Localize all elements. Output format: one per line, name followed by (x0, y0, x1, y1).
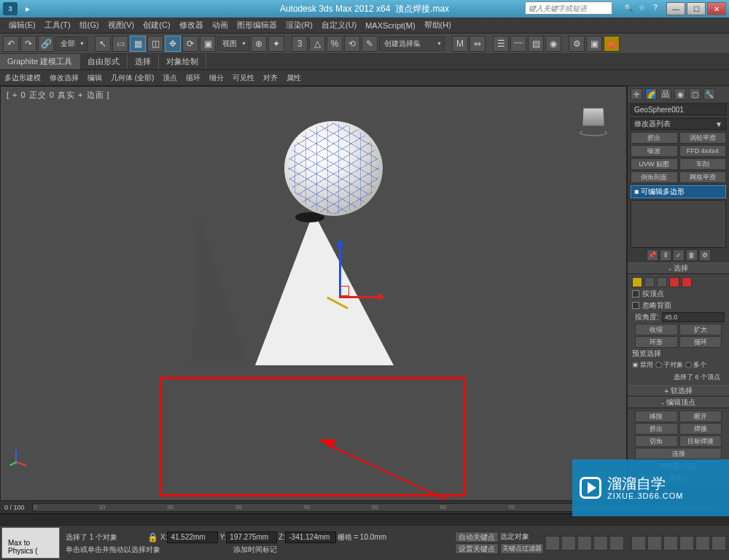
add-time-tag[interactable]: 添加时间标记 (233, 545, 277, 555)
help-search-input[interactable] (525, 1, 612, 15)
fov-icon[interactable] (679, 536, 694, 551)
rollout-editvertices[interactable]: - 编辑顶点 (628, 397, 729, 408)
mod-lathe[interactable]: 车削 (679, 158, 727, 170)
next-frame-icon[interactable] (593, 536, 608, 551)
prev-frame-icon[interactable] (561, 536, 576, 551)
scale-icon[interactable]: ▣ (200, 36, 216, 52)
align-icon[interactable]: ⇔ (469, 36, 486, 52)
undo-icon[interactable]: ↶ (3, 36, 19, 52)
maximize-vp-icon[interactable] (712, 536, 726, 551)
schematic-icon[interactable]: ▤ (528, 36, 544, 52)
app-menu-arrow-icon[interactable]: ▸ (22, 3, 34, 15)
play-icon[interactable] (577, 536, 592, 551)
ribbon-sub-modsel[interactable]: 修改选择 (45, 73, 83, 83)
autokey-button[interactable]: 自动关键点 (455, 532, 499, 542)
zoom-icon[interactable] (647, 536, 662, 551)
break-button[interactable]: 断开 (679, 411, 722, 422)
preview-multi-radio[interactable] (685, 362, 692, 368)
rotate-icon[interactable]: ⟳ (182, 36, 198, 52)
modifier-stack[interactable] (631, 200, 726, 248)
percent-snap-icon[interactable]: % (327, 36, 343, 52)
remove-mod-icon[interactable]: 🗑 (686, 249, 698, 261)
viewcube[interactable] (575, 101, 612, 138)
manip-icon[interactable]: ✦ (268, 36, 284, 52)
ribbon-sub-vis[interactable]: 可见性 (228, 73, 259, 83)
angle-snap-icon[interactable]: △ (309, 36, 325, 52)
modifier-list-dropdown[interactable]: 修改器列表▼ (631, 118, 726, 130)
orbit-icon[interactable] (695, 536, 710, 551)
tab-motion-icon[interactable]: ◉ (674, 88, 686, 100)
mod-turbosmooth[interactable]: 涡轮平滑 (679, 132, 727, 144)
app-logo-icon[interactable]: 3 (3, 2, 17, 15)
mod-meshsmooth[interactable]: 网格平滑 (679, 171, 727, 183)
goto-start-icon[interactable] (545, 536, 560, 551)
ring-button[interactable]: 环形 (635, 336, 678, 348)
menu-rendering[interactable]: 渲染(R) (281, 20, 317, 31)
ribbon-sub-edit[interactable]: 编辑 (83, 73, 106, 83)
ribbon-sub-vertex[interactable]: 顶点 (158, 73, 182, 83)
window-crossing-icon[interactable]: ◫ (147, 36, 163, 52)
comm-center-icon[interactable]: ☆ (639, 4, 649, 14)
named-selset-dropdown[interactable]: 创建选择集 (379, 36, 445, 51)
menu-customize[interactable]: 自定义(U) (317, 20, 361, 31)
menu-view[interactable]: 视图(V) (104, 20, 139, 31)
maxscript-listener[interactable]: Max to Physics ( (1, 527, 60, 559)
edit-selset-icon[interactable]: ✎ (362, 36, 378, 52)
subobj-element-icon[interactable] (682, 277, 692, 287)
tab-display-icon[interactable]: ▢ (689, 88, 701, 100)
preview-subobj-radio[interactable] (655, 362, 662, 368)
mod-uvw[interactable]: UVW 贴图 (631, 158, 678, 170)
filter-dropdown[interactable]: 全部 (55, 36, 87, 51)
connect-button[interactable]: 连接 (635, 448, 722, 459)
lock-selection-icon[interactable]: 🔒 (147, 532, 159, 542)
coord-z[interactable]: -341.124mm (285, 532, 336, 543)
curve-editor-icon[interactable]: 〰 (510, 36, 526, 52)
ribbon-sub-loops[interactable]: 循环 (182, 73, 205, 83)
search-icon[interactable]: 🔍 (624, 4, 634, 14)
tab-hierarchy-icon[interactable]: 品 (660, 88, 671, 100)
material-editor-icon[interactable]: ◉ (545, 36, 561, 52)
menu-tools[interactable]: 工具(T) (40, 20, 75, 31)
render-icon[interactable]: 🫖 (604, 36, 620, 52)
rollout-selection[interactable]: - 选择 (628, 262, 729, 274)
extrude-button[interactable]: 挤出 (635, 423, 678, 435)
ribbon-sub-geom[interactable]: 几何体 (全部) (106, 73, 158, 83)
snap-icon[interactable]: 3 (292, 36, 308, 52)
by-vertex-checkbox[interactable] (632, 290, 639, 298)
rollout-softselection[interactable]: + 软选择 (628, 385, 729, 397)
configure-icon[interactable]: ⚙ (699, 249, 711, 261)
ribbon-sub-polymodel[interactable]: 多边形建模 (0, 73, 45, 83)
goto-end-icon[interactable] (609, 536, 624, 551)
pivot-icon[interactable]: ⊕ (251, 36, 267, 52)
coord-x[interactable]: 41.522mm (167, 532, 218, 543)
menu-animation[interactable]: 动画 (208, 20, 233, 31)
chamfer-button[interactable]: 切角 (635, 435, 678, 447)
select-icon[interactable]: ↖ (95, 36, 111, 52)
pan-icon[interactable] (631, 536, 646, 551)
refcoord-dropdown[interactable]: 视图 (217, 36, 249, 51)
tab-utilities-icon[interactable]: 🔧 (703, 88, 715, 100)
spinner-snap-icon[interactable]: ⟲ (344, 36, 360, 52)
ribbon-sub-align[interactable]: 对齐 (259, 73, 282, 83)
angle-spinner[interactable]: 45.0 (662, 312, 725, 322)
menu-grapheditors[interactable]: 图形编辑器 (233, 20, 281, 31)
subobj-vertex-icon[interactable] (632, 277, 642, 287)
viewport-label[interactable]: [ + 0 正交 0 真实 + 边面 ] (7, 90, 110, 101)
select-region-icon[interactable]: ▦ (130, 36, 146, 52)
setkey-button[interactable]: 设置关键点 (455, 543, 499, 554)
keymode-dropdown[interactable]: 选定对象 (500, 532, 537, 542)
grow-button[interactable]: 扩大 (679, 324, 722, 335)
ribbon-tab-freeform[interactable]: 自由形式 (80, 54, 128, 69)
preview-off-radio[interactable] (632, 362, 639, 368)
pin-stack-icon[interactable]: 📌 (647, 249, 658, 261)
ribbon-sub-subdiv[interactable]: 细分 (205, 73, 228, 83)
object-name-field[interactable]: GeoSphere001 (631, 104, 726, 115)
viewport[interactable]: [ + 0 正交 0 真实 + 边面 ] (0, 86, 627, 516)
link-icon[interactable]: 🔗 (38, 36, 54, 52)
ribbon-tab-selection[interactable]: 选择 (128, 54, 159, 69)
move-icon[interactable]: ✥ (165, 36, 181, 52)
render-frame-icon[interactable]: ▣ (586, 36, 602, 52)
menu-modifiers[interactable]: 修改器 (175, 20, 208, 31)
remove-button[interactable]: 移除 (635, 411, 678, 422)
shrink-button[interactable]: 收缩 (635, 324, 678, 335)
